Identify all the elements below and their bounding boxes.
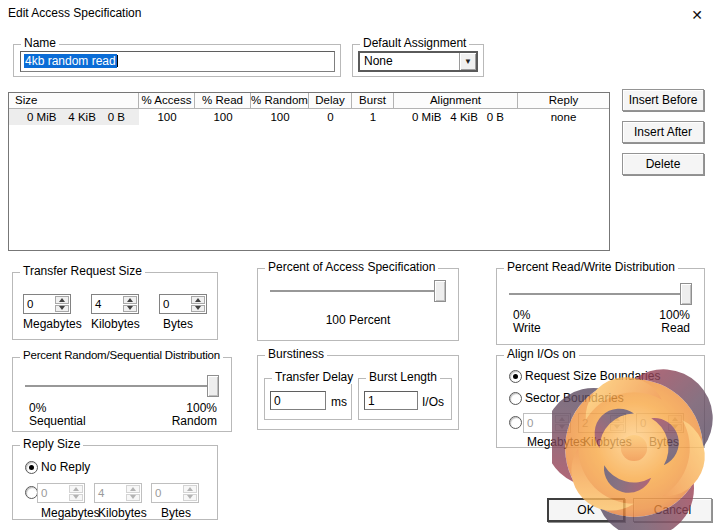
slider-thumb[interactable] — [680, 283, 692, 305]
sector-boundaries-radio[interactable] — [509, 392, 522, 405]
row-random-cell: 100 — [251, 109, 309, 125]
spin-down-icon — [555, 424, 569, 432]
spin-up-icon — [555, 415, 569, 423]
align-megabytes-spinner: 0 — [523, 413, 571, 433]
align-mib: 0 MiB — [412, 109, 441, 125]
column-header-burst[interactable]: Burst — [352, 93, 394, 108]
align-ios-group: Align I/Os on Request Size Boundaries Se… — [496, 355, 705, 448]
transfer-kilobytes-value: 4 — [92, 295, 122, 313]
text-caret — [117, 55, 118, 67]
burst-length-input[interactable]: 1 — [364, 391, 418, 410]
default-assignment-value: None — [360, 53, 459, 70]
row-size-cell[interactable]: 0 MiB 4 KiB 0 B — [9, 109, 139, 125]
spin-up-icon[interactable] — [55, 296, 69, 304]
bytes-unit-label: Bytes — [163, 317, 193, 331]
bytes-unit-label: Bytes — [649, 435, 679, 449]
reply-kilobytes-spinner: 4 — [94, 483, 142, 503]
table-header: Size % Access % Read % Random Delay Burs… — [9, 93, 609, 109]
size-b: 0 B — [108, 109, 125, 125]
slider-thumb[interactable] — [207, 375, 219, 397]
default-assignment-select[interactable]: None ▼ — [358, 51, 478, 72]
align-megabytes-value: 0 — [524, 414, 554, 432]
slider-groove[interactable] — [25, 385, 219, 387]
read-write-slider[interactable] — [509, 283, 692, 305]
transfer-kilobytes-spinner[interactable]: 4 — [91, 294, 139, 314]
request-size-boundaries-radio[interactable] — [509, 370, 522, 383]
bytes-unit-label: Bytes — [161, 506, 191, 520]
spin-up-icon — [668, 415, 682, 423]
no-reply-radio[interactable] — [25, 461, 38, 474]
delete-button[interactable]: Delete — [622, 153, 704, 175]
random-label: Random — [172, 414, 217, 428]
spin-down-icon[interactable] — [123, 305, 137, 313]
percent-access-value-label: 100 Percent — [258, 313, 458, 327]
column-header-random[interactable]: % Random — [251, 93, 309, 108]
spin-down-icon[interactable] — [191, 305, 205, 313]
dialog-title: Edit Access Specification — [8, 6, 141, 20]
kilobytes-unit-label: Kilobytes — [91, 317, 140, 331]
spin-down-icon — [183, 494, 197, 502]
column-header-access[interactable]: % Access — [139, 93, 195, 108]
percent-random-sequential-group: Percent Random/Sequential Distribution 0… — [12, 357, 232, 432]
transfer-delay-input[interactable]: 0 — [270, 391, 326, 410]
slider-groove[interactable] — [509, 293, 692, 295]
table-row[interactable]: 0 MiB 4 KiB 0 B 100 100 100 0 1 0 MiB 4 … — [9, 109, 609, 125]
cancel-button[interactable]: Cancel — [633, 498, 712, 522]
transfer-delay-unit: ms — [331, 395, 347, 409]
name-group: Name 4kb random read — [13, 44, 341, 77]
column-header-size[interactable]: Size — [9, 93, 139, 108]
transfer-delay-group: Transfer Delay 0 ms — [264, 378, 352, 420]
row-reply-cell: none — [518, 109, 609, 125]
align-kilobytes-value: 2 — [579, 414, 609, 432]
align-kib: 4 KiB — [450, 109, 478, 125]
name-input[interactable]: 4kb random read — [20, 51, 335, 72]
column-header-reply[interactable]: Reply — [518, 93, 609, 108]
percent-random-sequential-label: Percent Random/Sequential Distribution — [20, 349, 223, 361]
spin-down-icon[interactable] — [55, 305, 69, 313]
align-ios-label: Align I/Os on — [504, 347, 579, 361]
align-bytes-value: 0 — [637, 414, 667, 432]
align-b: 0 B — [487, 109, 504, 125]
close-icon[interactable]: ✕ — [684, 3, 710, 27]
transfer-bytes-spinner[interactable]: 0 — [159, 294, 207, 314]
read-label: Read — [661, 321, 690, 335]
reply-bytes-value: 0 — [152, 484, 182, 502]
slider-thumb[interactable] — [434, 280, 446, 302]
percent-access-slider[interactable] — [270, 280, 446, 302]
transfer-megabytes-spinner[interactable]: 0 — [23, 294, 71, 314]
column-header-alignment[interactable]: Alignment — [394, 93, 518, 108]
percent-access-spec-group: Percent of Access Specification 100 Perc… — [257, 268, 459, 341]
insert-before-button[interactable]: Insert Before — [622, 89, 704, 111]
transfer-megabytes-value: 0 — [24, 295, 54, 313]
burstiness-label: Burstiness — [265, 347, 327, 361]
reply-megabytes-spinner: 0 — [37, 483, 85, 503]
transfer-request-size-label: Transfer Request Size — [20, 264, 145, 278]
spin-up-icon[interactable] — [123, 296, 137, 304]
size-mib: 0 MiB — [27, 109, 56, 125]
reply-kilobytes-value: 4 — [95, 484, 125, 502]
size-kib: 4 KiB — [68, 109, 96, 125]
kilobytes-unit-label: Kilobytes — [98, 506, 147, 520]
default-assignment-group: Default Assignment None ▼ — [352, 44, 484, 77]
custom-alignment-radio[interactable] — [509, 416, 522, 429]
name-group-label: Name — [21, 36, 59, 50]
row-burst-cell: 1 — [352, 109, 394, 125]
spin-down-icon — [69, 494, 83, 502]
burstiness-group: Burstiness Transfer Delay 0 ms Burst Len… — [257, 355, 459, 430]
slider-groove[interactable] — [270, 290, 446, 292]
spin-up-icon[interactable] — [191, 296, 205, 304]
chevron-down-icon[interactable]: ▼ — [459, 53, 476, 70]
column-header-read[interactable]: % Read — [195, 93, 251, 108]
ok-button[interactable]: OK — [547, 498, 625, 522]
insert-after-button[interactable]: Insert After — [622, 121, 704, 143]
kilobytes-unit-label: Kilobytes — [583, 435, 632, 449]
reply-size-group: Reply Size No Reply 0 4 0 Megabytes Kilo… — [12, 445, 218, 520]
spin-up-icon — [69, 485, 83, 493]
megabytes-unit-label: Megabytes — [527, 435, 586, 449]
name-input-selected-text: 4kb random read — [24, 54, 117, 68]
column-header-delay[interactable]: Delay — [309, 93, 352, 108]
transfer-bytes-value: 0 — [160, 295, 190, 313]
percent-read-write-group: Percent Read/Write Distribution 0% Write… — [496, 268, 705, 345]
random-sequential-slider[interactable] — [25, 375, 219, 397]
reply-size-label: Reply Size — [20, 437, 83, 451]
